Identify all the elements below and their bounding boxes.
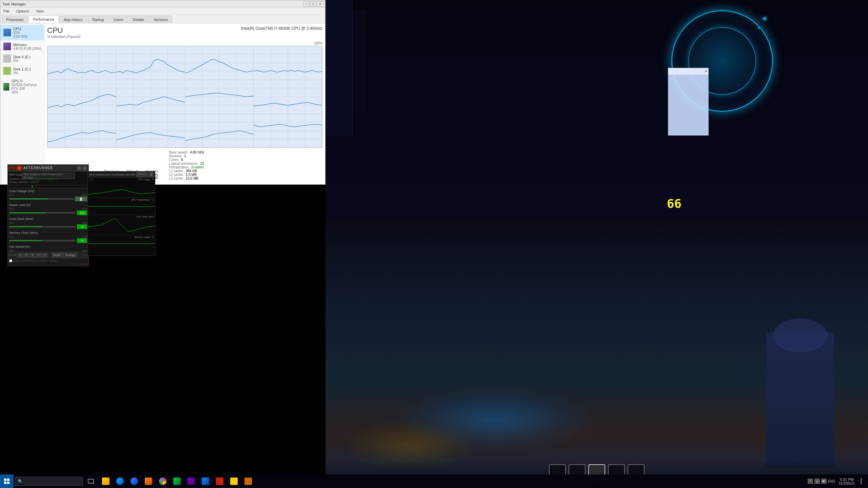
edge-icon xyxy=(116,477,124,485)
tab-processes[interactable]: Processes xyxy=(2,16,28,23)
clock-display[interactable]: 5:31 PM 31/3/2019 xyxy=(837,477,856,486)
afterburner-title: AFTERBURNER xyxy=(23,166,53,170)
sidebar: CPU 51% 4,92 GHz Memory 4,6/15,9 GB (29%… xyxy=(0,23,44,184)
ab-reset-btn[interactable]: Reset xyxy=(52,253,63,257)
systray-volume-icon[interactable] xyxy=(821,479,827,484)
ab-startup-checkbox[interactable] xyxy=(9,259,12,262)
ab-version: 4.6.0 xyxy=(81,253,87,257)
task-view-button[interactable] xyxy=(84,474,98,488)
systray-arrow[interactable]: ^ xyxy=(808,479,813,484)
systray-network-icon[interactable] xyxy=(814,479,820,484)
gpu-icon xyxy=(3,83,9,91)
app2-icon xyxy=(188,477,195,485)
ab-pl-slider[interactable]: 103 xyxy=(9,210,87,215)
minimize-button[interactable]: ─ xyxy=(303,1,310,7)
ab-mem-clock-label: Memory Clock (MHz) xyxy=(9,231,87,235)
afterburner-close-btn[interactable]: × xyxy=(82,166,87,170)
disk1-icon xyxy=(3,67,11,75)
ab-notif-text: MSI Graphics Card Performance Booster xyxy=(24,173,73,179)
ab-profile-5[interactable]: 5 xyxy=(42,253,47,257)
ab-fan-speed-row: Fan Speed (%) Min Max Auto xyxy=(9,245,87,251)
ab-monitor-close-btn[interactable]: × xyxy=(149,172,154,177)
close-button[interactable]: × xyxy=(317,1,323,7)
ab-monitor-content: GPU usage, % 100 GPU temperature, °C Cor… xyxy=(88,178,155,256)
taskbar-app1[interactable] xyxy=(170,474,184,488)
cpu-title-area: CPU % Utilization (Paused) xyxy=(47,26,80,40)
ab-pl-minmax: Min Max xyxy=(9,207,87,210)
ab-cc-slider[interactable]: +0 xyxy=(9,224,87,229)
ab-startup-label[interactable]: Apply overclocking at system startup xyxy=(9,259,87,262)
neon-circle-container xyxy=(739,3,834,98)
taskbar-explorer2[interactable] xyxy=(142,474,155,488)
cpu-panel: CPU % Utilization (Paused) Intel(R) Core… xyxy=(44,23,325,184)
ab-profile-indicator xyxy=(32,185,33,188)
ab-mc-fill xyxy=(9,240,42,241)
tab-users[interactable]: Users xyxy=(109,16,128,23)
taskbar-file-explorer[interactable] xyxy=(99,474,113,488)
taskbar-edge[interactable] xyxy=(113,474,127,488)
search-icon: 🔍 xyxy=(18,479,23,484)
taskbar-search[interactable]: 🔍 xyxy=(15,477,83,486)
cpu-core-svg-6 xyxy=(185,80,254,114)
ab-power-limit-row: Power Limit (%) Min Max 103 xyxy=(9,203,87,215)
sidebar-disk1-labels: Disk 1 (C:) 0% xyxy=(13,67,31,75)
sidebar-item-disk1[interactable]: Disk 1 (C:) 0% xyxy=(0,65,44,77)
sidebar-item-cpu[interactable]: CPU 51% 4,92 GHz xyxy=(0,25,44,40)
show-desktop-button[interactable] xyxy=(857,474,865,488)
ab-core-clock-label: Core Clock (MHz) xyxy=(9,217,87,221)
sidebar-disk1-name: Disk 1 (C:) xyxy=(13,67,31,71)
menu-view[interactable]: View xyxy=(34,8,46,14)
ab-profile-1[interactable]: 1 xyxy=(18,253,23,257)
ab-mc-slider[interactable]: +0 xyxy=(9,238,87,243)
clock-date: 31/3/2019 xyxy=(839,482,854,485)
cpu-core-graph-3 xyxy=(254,46,322,80)
window-title: Task Manager xyxy=(2,2,26,6)
tab-performance[interactable]: Performance xyxy=(28,16,59,23)
sidebar-mem-usage: 4,6/15,9 GB (29%) xyxy=(13,47,41,50)
task-view-icon xyxy=(88,479,94,484)
taskbar-app4[interactable] xyxy=(213,474,226,488)
ab-powered-by: Powered by MSI xyxy=(9,263,87,265)
ab-profile-3[interactable]: 3 xyxy=(30,253,35,257)
sidebar-item-disk0[interactable]: Disk 0 (E:) 0% xyxy=(0,53,44,65)
ie-icon xyxy=(131,477,138,485)
sidebar-item-gpu[interactable]: GPU 0 NVIDIA GeForce RTX 208 43% xyxy=(0,77,44,96)
maximize-button[interactable]: □ xyxy=(310,1,316,7)
ab-settings-btn[interactable]: Settings xyxy=(63,253,77,257)
afterburner-minimize-btn[interactable]: ─ xyxy=(77,166,82,170)
taskbar-chrome[interactable] xyxy=(156,474,170,488)
neon-dot-2 xyxy=(757,27,760,29)
ab-startup-text-label: Apply overclocking at system startup xyxy=(13,259,57,262)
tab-details[interactable]: Details xyxy=(129,16,149,23)
ab-cc-minmax: Min Max xyxy=(9,221,87,224)
taskbar-app2[interactable] xyxy=(184,474,198,488)
ab-fs-min: Min xyxy=(9,249,14,251)
ab-mc-track xyxy=(9,240,76,241)
taskbar-app3[interactable] xyxy=(199,474,212,488)
tab-services[interactable]: Services xyxy=(149,16,172,23)
menu-file[interactable]: File xyxy=(2,8,11,14)
cpu-core-graph-10 xyxy=(185,114,254,147)
tab-startup[interactable]: Startup xyxy=(87,16,108,23)
sockets-row: Sockets: 1 xyxy=(169,154,204,158)
sidebar-item-memory[interactable]: Memory 4,6/15,9 GB (29%) xyxy=(0,40,44,53)
taskbar-app5[interactable] xyxy=(227,474,241,488)
taskbar-app6[interactable] xyxy=(241,474,255,488)
ab-monitor-detach-btn[interactable]: Detach xyxy=(136,172,148,177)
titlebar: Task Manager ─ □ × xyxy=(0,0,325,8)
afterburner-footer: Profile 1 2 3 4 5 Reset Settings 4.6.0 xyxy=(8,251,88,258)
tab-app-history[interactable]: App history xyxy=(59,16,87,23)
ab-gpu-usage-label: GPU usage, % xyxy=(138,178,154,181)
ab-profile-section: Profile 1 2 3 4 5 xyxy=(9,253,47,257)
menu-options[interactable]: Options xyxy=(15,8,31,14)
ab-profile-2[interactable]: 2 xyxy=(24,253,29,257)
ab-gpu-usage-graph: GPU usage, % 100 xyxy=(88,178,155,198)
small-window-close[interactable]: × xyxy=(705,69,707,73)
small-window-content xyxy=(668,75,708,78)
start-button[interactable] xyxy=(0,474,14,488)
taskbar-ie[interactable] xyxy=(127,474,141,488)
ab-profile-4[interactable]: 4 xyxy=(36,253,41,257)
ab-cv-slider[interactable]: ▓ xyxy=(9,197,87,201)
building-left-2 xyxy=(353,10,366,112)
windows-taskbar: 🔍 xyxy=(0,474,868,488)
